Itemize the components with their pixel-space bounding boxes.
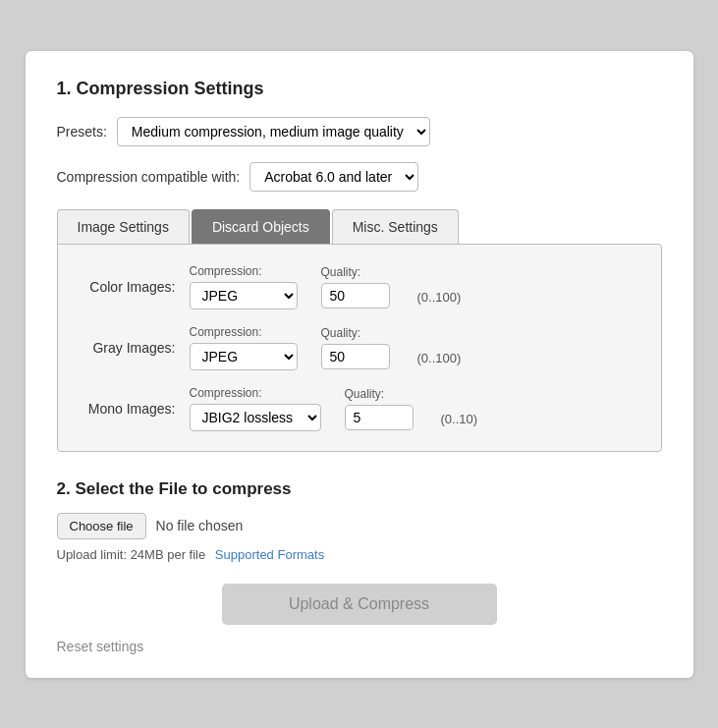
mono-quality-input[interactable] [345,405,414,430]
color-quality-input[interactable] [321,283,390,308]
presets-label: Presets: [57,124,107,140]
tab-misc-settings[interactable]: Misc. Settings [332,209,459,244]
mono-quality-hint: (0..10) [441,412,478,426]
main-card: 1. Compression Settings Presets: Low com… [26,51,693,678]
upload-limit-row: Upload limit: 24MB per file Supported Fo… [57,547,662,562]
mono-images-label: Mono Images: [82,401,190,417]
mono-quality-label: Quality: [345,387,414,401]
file-name-label: No file chosen [156,518,244,533]
presets-row: Presets: Low compression, high image qua… [57,117,662,146]
tab-discard-objects[interactable]: Discard Objects [192,209,330,244]
color-images-row: Color Images: Compression: JPEG JPEG2000… [82,264,637,309]
section1-title: 1. Compression Settings [57,79,662,99]
compat-label: Compression compatible with: [57,169,241,185]
tabs-bar: Image Settings Discard Objects Misc. Set… [57,209,662,244]
mono-images-row: Mono Images: Compression: JBIG2 lossless… [82,386,637,431]
tab-content: Color Images: Compression: JPEG JPEG2000… [57,244,662,452]
compat-select[interactable]: Acrobat 4.0 and later Acrobat 5.0 and la… [249,162,418,192]
color-quality-hint: (0..100) [417,290,462,305]
upload-compress-button[interactable]: Upload & Compress [222,584,497,625]
presets-select[interactable]: Low compression, high image quality Medi… [117,117,430,146]
file-row: Choose file No file chosen [57,513,662,539]
gray-images-label: Gray Images: [82,340,190,356]
section2-title: 2. Select the File to compress [57,479,662,499]
mono-compression-label: Compression: [190,386,321,400]
upload-limit-text: Upload limit: 24MB per file [57,547,206,562]
gray-quality-input[interactable] [321,344,390,369]
gray-images-row: Gray Images: Compression: JPEG JPEG2000 … [82,325,637,370]
gray-compression-label: Compression: [190,325,298,339]
gray-compression-select[interactable]: JPEG JPEG2000 ZIP None [190,343,298,370]
color-compression-select[interactable]: JPEG JPEG2000 ZIP None [190,282,298,309]
color-compression-label: Compression: [190,264,298,278]
file-input-wrapper[interactable]: Choose file [57,513,156,539]
tab-image-settings[interactable]: Image Settings [57,209,190,244]
mono-compression-select[interactable]: JBIG2 lossless CCITT Group 4 ZIP None [190,404,321,431]
gray-quality-label: Quality: [321,326,390,340]
gray-quality-hint: (0..100) [417,351,462,365]
supported-formats-link[interactable]: Supported Formats [215,547,324,562]
compat-row: Compression compatible with: Acrobat 4.0… [57,162,662,192]
reset-settings-button[interactable]: Reset settings [57,639,144,654]
color-images-label: Color Images: [82,279,190,295]
color-quality-label: Quality: [321,265,390,279]
